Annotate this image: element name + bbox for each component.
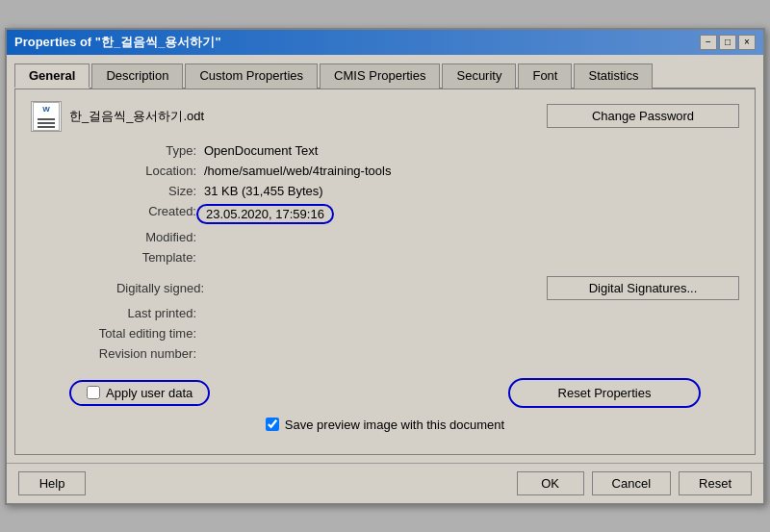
file-name: 한_걸음씩_용서하기.odt (69, 108, 204, 125)
ok-button[interactable]: OK (517, 471, 584, 495)
modified-label: Modified: (50, 230, 204, 244)
minimize-button[interactable]: − (700, 35, 717, 50)
change-password-button[interactable]: Change Password (547, 104, 739, 128)
last-printed-label: Last printed: (50, 306, 204, 320)
tab-description[interactable]: Description (91, 63, 183, 89)
total-editing-time-value (204, 326, 739, 341)
size-label: Size: (50, 184, 204, 198)
digitally-signed-row: Digitally signed: Digital Signatures... (31, 276, 739, 300)
close-button[interactable]: × (738, 35, 756, 50)
title-bar: Properties of "한_걸음씩_용서하기" − □ × (7, 30, 763, 55)
reset-button[interactable]: Reset (679, 471, 752, 495)
bottom-props: Last printed: Total editing time: Revisi… (50, 306, 739, 361)
type-value: OpenDocument Text (204, 143, 739, 158)
file-icon: W (31, 101, 62, 132)
tab-security[interactable]: Security (442, 63, 516, 89)
title-bar-controls: − □ × (700, 35, 756, 50)
properties-dialog: Properties of "한_걸음씩_용서하기" − □ × General… (5, 28, 765, 505)
footer-left: Help (18, 471, 86, 495)
file-info: W 한_걸음씩_용서하기.odt (31, 101, 204, 132)
dialog-body: General Description Custom Properties CM… (7, 55, 763, 463)
footer-right: OK Cancel Reset (517, 471, 752, 495)
help-button[interactable]: Help (18, 471, 86, 495)
dialog-title: Properties of "한_걸음씩_용서하기" (14, 34, 221, 51)
template-value (204, 250, 739, 265)
top-row: W 한_걸음씩_용서하기.odt Change Password (31, 101, 739, 132)
digitally-signed-label: Digitally signed: (50, 281, 204, 295)
tab-bar: General Description Custom Properties CM… (14, 63, 756, 89)
created-label: Created: (50, 204, 204, 224)
apply-user-data-container: Apply user data (69, 380, 210, 406)
tab-general[interactable]: General (14, 63, 90, 89)
save-preview-label[interactable]: Save preview image with this document (285, 418, 504, 432)
revision-number-value (204, 346, 739, 361)
reset-properties-button[interactable]: Reset Properties (508, 378, 701, 408)
save-preview-row: Save preview image with this document (31, 418, 739, 432)
location-label: Location: (50, 164, 204, 178)
maximize-button[interactable]: □ (719, 35, 736, 50)
action-row: Apply user data Reset Properties (31, 378, 739, 408)
location-value: /home/samuel/web/4training-tools (204, 164, 739, 178)
tab-custom-properties[interactable]: Custom Properties (185, 63, 318, 89)
digital-signatures-button[interactable]: Digital Signatures... (547, 276, 739, 300)
properties-grid: Type: OpenDocument Text Location: /home/… (50, 143, 739, 265)
tab-font[interactable]: Font (518, 63, 572, 89)
tab-cmis-properties[interactable]: CMIS Properties (320, 63, 440, 89)
created-highlight: 23.05.2020, 17:59:16 (196, 204, 334, 224)
type-label: Type: (50, 143, 204, 158)
cancel-button[interactable]: Cancel (592, 471, 671, 495)
revision-number-label: Revision number: (50, 346, 204, 361)
size-value: 31 KB (31,455 Bytes) (204, 184, 739, 198)
save-preview-checkbox[interactable] (266, 418, 279, 431)
apply-user-data-checkbox[interactable] (87, 386, 100, 399)
content-area: W 한_걸음씩_용서하기.odt Change Password Type: (14, 89, 756, 455)
tab-statistics[interactable]: Statistics (574, 63, 653, 89)
created-value: 23.05.2020, 17:59:16 (204, 204, 739, 224)
last-printed-value (204, 306, 739, 320)
template-label: Template: (50, 250, 204, 265)
modified-value (204, 230, 739, 244)
dialog-footer: Help OK Cancel Reset (7, 463, 763, 503)
apply-user-data-label[interactable]: Apply user data (106, 386, 192, 400)
total-editing-time-label: Total editing time: (50, 326, 204, 341)
